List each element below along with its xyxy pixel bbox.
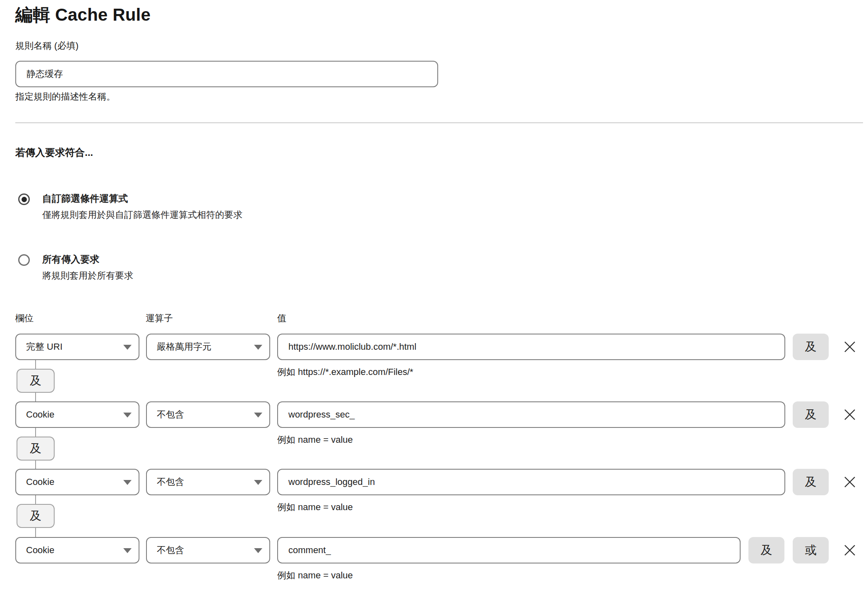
- chevron-down-icon: [123, 413, 132, 418]
- and-button[interactable]: 及: [748, 537, 784, 563]
- and-button[interactable]: 及: [793, 401, 829, 428]
- close-icon: [843, 340, 857, 354]
- operator-select[interactable]: 不包含: [146, 401, 270, 428]
- and-connector-button[interactable]: 及: [17, 369, 55, 393]
- rule-name-help: 指定規則的描述性名稱。: [15, 91, 115, 103]
- chevron-down-icon: [254, 548, 262, 553]
- value-input[interactable]: [277, 469, 785, 495]
- section-divider: [15, 122, 863, 123]
- radio-custom-expression-label[interactable]: 自訂篩選條件運算式: [42, 192, 128, 205]
- and-connector-button[interactable]: 及: [17, 437, 55, 461]
- operator-select[interactable]: 不包含: [146, 469, 270, 495]
- remove-condition-button[interactable]: [841, 473, 859, 491]
- and-button[interactable]: 及: [793, 334, 829, 360]
- value-input[interactable]: [277, 537, 741, 563]
- operator-select[interactable]: 嚴格萬用字元: [146, 334, 270, 360]
- column-header-field: 欄位: [15, 312, 34, 325]
- and-button[interactable]: 及: [793, 469, 829, 495]
- match-heading: 若傳入要求符合...: [15, 146, 93, 160]
- value-input[interactable]: [277, 334, 785, 360]
- or-button[interactable]: 或: [793, 537, 829, 563]
- connector: 及: [15, 428, 61, 469]
- radio-all-requests-label[interactable]: 所有傳入要求: [42, 253, 99, 266]
- condition-row: Cookie 不包含 及 或 例如 name = value: [15, 537, 861, 563]
- condition-hint: 例如 name = value: [277, 434, 353, 446]
- radio-custom-expression-description: 僅將規則套用於與自訂篩選條件運算式相符的要求: [42, 208, 242, 222]
- field-select-value: Cookie: [26, 477, 54, 487]
- radio-selected-dot: [22, 197, 27, 202]
- remove-condition-button[interactable]: [841, 406, 859, 424]
- column-header-operator: 運算子: [146, 312, 173, 325]
- rule-name-input[interactable]: [15, 61, 438, 87]
- field-select-value: Cookie: [26, 545, 54, 556]
- field-select-value: Cookie: [26, 409, 54, 420]
- value-input[interactable]: [277, 401, 785, 428]
- operator-select-value: 不包含: [157, 476, 184, 488]
- operator-select-value: 不包含: [157, 544, 184, 556]
- page-title: 編輯 Cache Rule: [15, 4, 151, 26]
- remove-condition-button[interactable]: [841, 338, 859, 356]
- condition-hint: 例如 name = value: [277, 501, 353, 513]
- radio-all-requests[interactable]: [18, 254, 30, 266]
- chevron-down-icon: [123, 345, 132, 350]
- field-select[interactable]: Cookie: [15, 537, 139, 563]
- operator-select-value: 不包含: [157, 408, 184, 421]
- condition-hint: 例如 https://*.example.com/Files/*: [277, 366, 413, 378]
- connector: 及: [15, 360, 61, 401]
- condition-builder: 完整 URI 嚴格萬用字元 及 例如 https://*.example.com…: [15, 334, 861, 592]
- chevron-down-icon: [123, 480, 132, 485]
- radio-all-requests-description: 將規則套用於所有要求: [42, 269, 133, 282]
- column-header-value: 值: [277, 312, 286, 325]
- field-select[interactable]: Cookie: [15, 469, 139, 495]
- operator-select-value: 嚴格萬用字元: [157, 341, 211, 353]
- radio-custom-expression[interactable]: [18, 193, 30, 205]
- chevron-down-icon: [254, 480, 262, 485]
- field-select-value: 完整 URI: [26, 341, 62, 353]
- condition-row: Cookie 不包含 及 例如 name = value: [15, 401, 861, 428]
- operator-select[interactable]: 不包含: [146, 537, 270, 563]
- condition-hint: 例如 name = value: [277, 569, 353, 582]
- chevron-down-icon: [123, 548, 132, 553]
- chevron-down-icon: [254, 413, 262, 418]
- and-connector-button[interactable]: 及: [17, 504, 55, 528]
- condition-row: Cookie 不包含 及 例如 name = value: [15, 469, 861, 495]
- close-icon: [843, 543, 857, 557]
- condition-row: 完整 URI 嚴格萬用字元 及 例如 https://*.example.com…: [15, 334, 861, 360]
- field-select[interactable]: Cookie: [15, 401, 139, 428]
- close-icon: [843, 475, 857, 489]
- rule-name-label: 規則名稱 (必填): [15, 40, 79, 52]
- field-select[interactable]: 完整 URI: [15, 334, 139, 360]
- close-icon: [843, 408, 857, 422]
- remove-condition-button[interactable]: [841, 541, 859, 559]
- chevron-down-icon: [254, 345, 262, 350]
- connector: 及: [15, 495, 61, 537]
